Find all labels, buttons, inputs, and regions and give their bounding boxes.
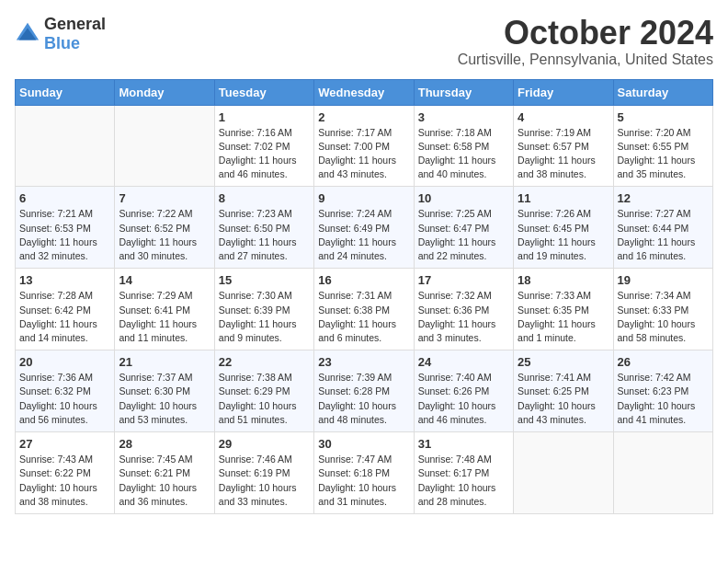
day-info: Sunrise: 7:28 AMSunset: 6:42 PMDaylight:… <box>19 289 110 345</box>
table-row: 5 Sunrise: 7:20 AMSunset: 6:55 PMDayligh… <box>613 105 712 187</box>
day-info: Sunrise: 7:42 AMSunset: 6:23 PMDaylight:… <box>618 371 709 427</box>
location-title: Curtisville, Pennsylvania, United States <box>458 52 713 68</box>
day-info: Sunrise: 7:41 AMSunset: 6:25 PMDaylight:… <box>518 371 609 427</box>
table-row: 28 Sunrise: 7:45 AMSunset: 6:21 PMDaylig… <box>115 432 214 514</box>
table-row: 4 Sunrise: 7:19 AMSunset: 6:57 PMDayligh… <box>514 105 613 187</box>
day-number: 15 <box>219 273 310 287</box>
day-number: 24 <box>418 355 509 369</box>
table-row: 25 Sunrise: 7:41 AMSunset: 6:25 PMDaylig… <box>514 350 613 432</box>
table-row: 13 Sunrise: 7:28 AMSunset: 6:42 PMDaylig… <box>16 269 115 350</box>
day-number: 19 <box>618 273 709 287</box>
day-info: Sunrise: 7:34 AMSunset: 6:33 PMDaylight:… <box>618 289 709 345</box>
day-info: Sunrise: 7:21 AMSunset: 6:53 PMDaylight:… <box>19 207 110 263</box>
title-area: October 2024 Curtisville, Pennsylvania, … <box>458 15 713 68</box>
table-row: 16 Sunrise: 7:31 AMSunset: 6:38 PMDaylig… <box>314 269 414 350</box>
day-number: 13 <box>19 273 110 287</box>
table-row: 27 Sunrise: 7:43 AMSunset: 6:22 PMDaylig… <box>16 432 115 514</box>
table-row: 10 Sunrise: 7:25 AMSunset: 6:47 PMDaylig… <box>414 187 513 269</box>
calendar-week-row: 20 Sunrise: 7:36 AMSunset: 6:32 PMDaylig… <box>16 350 713 432</box>
logo-blue: Blue <box>44 34 80 52</box>
table-row: 19 Sunrise: 7:34 AMSunset: 6:33 PMDaylig… <box>613 269 712 350</box>
table-row: 9 Sunrise: 7:24 AMSunset: 6:49 PMDayligh… <box>314 187 414 269</box>
header: General Blue October 2024 Curtisville, P… <box>15 15 713 68</box>
day-number: 31 <box>418 437 509 451</box>
day-number: 3 <box>418 110 509 124</box>
table-row: 14 Sunrise: 7:29 AMSunset: 6:41 PMDaylig… <box>115 269 214 350</box>
day-info: Sunrise: 7:23 AMSunset: 6:50 PMDaylight:… <box>219 207 310 263</box>
day-info: Sunrise: 7:30 AMSunset: 6:39 PMDaylight:… <box>219 289 310 345</box>
day-info: Sunrise: 7:36 AMSunset: 6:32 PMDaylight:… <box>19 371 110 427</box>
table-row: 6 Sunrise: 7:21 AMSunset: 6:53 PMDayligh… <box>16 187 115 269</box>
day-number: 29 <box>219 437 310 451</box>
day-number: 8 <box>219 191 310 205</box>
day-info: Sunrise: 7:32 AMSunset: 6:36 PMDaylight:… <box>418 289 509 345</box>
day-number: 26 <box>618 355 709 369</box>
day-info: Sunrise: 7:37 AMSunset: 6:30 PMDaylight:… <box>119 371 210 427</box>
logo-text: General Blue <box>44 15 106 53</box>
month-title: October 2024 <box>458 15 713 52</box>
logo: General Blue <box>15 15 106 53</box>
table-row: 24 Sunrise: 7:40 AMSunset: 6:26 PMDaylig… <box>414 350 513 432</box>
header-sunday: Sunday <box>16 79 115 105</box>
day-info: Sunrise: 7:31 AMSunset: 6:38 PMDaylight:… <box>318 289 409 345</box>
day-info: Sunrise: 7:39 AMSunset: 6:28 PMDaylight:… <box>318 371 409 427</box>
table-row: 30 Sunrise: 7:47 AMSunset: 6:18 PMDaylig… <box>314 432 414 514</box>
day-number: 6 <box>19 191 110 205</box>
table-row <box>115 105 214 187</box>
day-info: Sunrise: 7:40 AMSunset: 6:26 PMDaylight:… <box>418 371 509 427</box>
table-row: 2 Sunrise: 7:17 AMSunset: 7:00 PMDayligh… <box>314 105 414 187</box>
day-info: Sunrise: 7:18 AMSunset: 6:58 PMDaylight:… <box>418 126 509 182</box>
day-number: 11 <box>518 191 609 205</box>
table-row: 15 Sunrise: 7:30 AMSunset: 6:39 PMDaylig… <box>214 269 313 350</box>
day-number: 30 <box>318 437 409 451</box>
day-info: Sunrise: 7:27 AMSunset: 6:44 PMDaylight:… <box>618 207 709 263</box>
header-tuesday: Tuesday <box>214 79 313 105</box>
day-number: 12 <box>618 191 709 205</box>
day-info: Sunrise: 7:17 AMSunset: 7:00 PMDaylight:… <box>318 126 409 182</box>
table-row: 8 Sunrise: 7:23 AMSunset: 6:50 PMDayligh… <box>214 187 313 269</box>
day-info: Sunrise: 7:46 AMSunset: 6:19 PMDaylight:… <box>219 453 310 509</box>
day-number: 17 <box>418 273 509 287</box>
table-row: 21 Sunrise: 7:37 AMSunset: 6:30 PMDaylig… <box>115 350 214 432</box>
day-number: 21 <box>119 355 210 369</box>
table-row: 1 Sunrise: 7:16 AMSunset: 7:02 PMDayligh… <box>214 105 313 187</box>
day-info: Sunrise: 7:19 AMSunset: 6:57 PMDaylight:… <box>518 126 609 182</box>
day-info: Sunrise: 7:16 AMSunset: 7:02 PMDaylight:… <box>219 126 310 182</box>
header-monday: Monday <box>115 79 214 105</box>
calendar-table: Sunday Monday Tuesday Wednesday Thursday… <box>15 79 713 514</box>
weekday-header-row: Sunday Monday Tuesday Wednesday Thursday… <box>16 79 713 105</box>
table-row: 12 Sunrise: 7:27 AMSunset: 6:44 PMDaylig… <box>613 187 712 269</box>
table-row: 18 Sunrise: 7:33 AMSunset: 6:35 PMDaylig… <box>514 269 613 350</box>
table-row: 20 Sunrise: 7:36 AMSunset: 6:32 PMDaylig… <box>16 350 115 432</box>
header-saturday: Saturday <box>613 79 712 105</box>
header-friday: Friday <box>514 79 613 105</box>
day-info: Sunrise: 7:20 AMSunset: 6:55 PMDaylight:… <box>618 126 709 182</box>
table-row: 11 Sunrise: 7:26 AMSunset: 6:45 PMDaylig… <box>514 187 613 269</box>
table-row: 29 Sunrise: 7:46 AMSunset: 6:19 PMDaylig… <box>214 432 313 514</box>
table-row <box>613 432 712 514</box>
table-row: 26 Sunrise: 7:42 AMSunset: 6:23 PMDaylig… <box>613 350 712 432</box>
day-info: Sunrise: 7:47 AMSunset: 6:18 PMDaylight:… <box>318 453 409 509</box>
day-info: Sunrise: 7:25 AMSunset: 6:47 PMDaylight:… <box>418 207 509 263</box>
day-number: 23 <box>318 355 409 369</box>
day-number: 25 <box>518 355 609 369</box>
day-number: 10 <box>418 191 509 205</box>
logo-general: General <box>44 15 106 33</box>
day-info: Sunrise: 7:26 AMSunset: 6:45 PMDaylight:… <box>518 207 609 263</box>
header-wednesday: Wednesday <box>314 79 414 105</box>
day-info: Sunrise: 7:24 AMSunset: 6:49 PMDaylight:… <box>318 207 409 263</box>
day-number: 4 <box>518 110 609 124</box>
day-info: Sunrise: 7:33 AMSunset: 6:35 PMDaylight:… <box>518 289 609 345</box>
day-number: 14 <box>119 273 210 287</box>
calendar-week-row: 1 Sunrise: 7:16 AMSunset: 7:02 PMDayligh… <box>16 105 713 187</box>
day-number: 18 <box>518 273 609 287</box>
day-number: 28 <box>119 437 210 451</box>
table-row: 3 Sunrise: 7:18 AMSunset: 6:58 PMDayligh… <box>414 105 513 187</box>
calendar-week-row: 6 Sunrise: 7:21 AMSunset: 6:53 PMDayligh… <box>16 187 713 269</box>
table-row: 31 Sunrise: 7:48 AMSunset: 6:17 PMDaylig… <box>414 432 513 514</box>
table-row: 22 Sunrise: 7:38 AMSunset: 6:29 PMDaylig… <box>214 350 313 432</box>
calendar-week-row: 27 Sunrise: 7:43 AMSunset: 6:22 PMDaylig… <box>16 432 713 514</box>
table-row <box>16 105 115 187</box>
day-number: 1 <box>219 110 310 124</box>
logo-icon <box>15 21 40 47</box>
